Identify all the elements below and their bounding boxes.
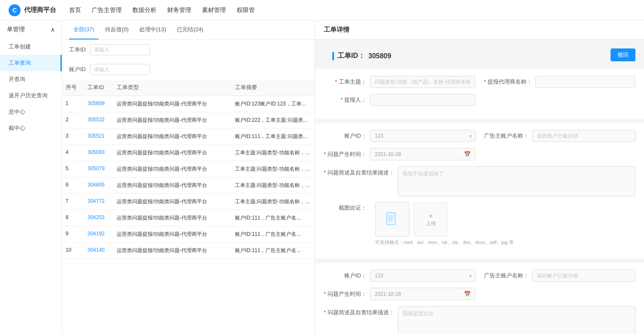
upload-area: + 上传 可支持格式：mp4、avi、mov、rar、zip、doc、docx、… bbox=[375, 202, 514, 246]
cell-summary: 账户ID:123账户ID:123，工单主题:问功能（或产品）名称-代理... bbox=[232, 96, 315, 112]
nav-finance[interactable]: 财务管理 bbox=[167, 6, 191, 14]
nav-ad-management[interactable]: 广告主管理 bbox=[92, 6, 122, 14]
detail-section-2: 账户ID： 123 ▾ 广告主账户名称： bbox=[315, 123, 644, 259]
collapse-icon: ∧ bbox=[51, 26, 55, 33]
sidebar-item-load-center[interactable]: 截中心 bbox=[0, 120, 62, 136]
detail-panel-title: 工单详情 bbox=[324, 26, 349, 34]
form-row-screenshot: 截图佐证： bbox=[324, 202, 635, 246]
cell-ticket-id[interactable]: 305083 bbox=[84, 145, 113, 161]
cell-type: 运营类问题提报/功能类问题-代理商平台 bbox=[113, 226, 232, 243]
table-row: 4 305083 运营类问题提报/功能类问题-代理商平台 工单主题:问题类型-功… bbox=[62, 145, 315, 161]
account-id-select[interactable]: 123 bbox=[370, 130, 475, 142]
account-id-select-2[interactable]: 123 bbox=[370, 270, 475, 282]
cell-type: 运营类问题提报/功能类问题-代理商平台 bbox=[113, 243, 232, 259]
nav-permissions[interactable]: 权限管 bbox=[237, 6, 255, 14]
form-row-issue-time-2: * 问题产生时间： 📅 bbox=[324, 288, 635, 300]
tab-all[interactable]: 全部(37) bbox=[69, 21, 99, 39]
cell-ticket-id[interactable]: 305079 bbox=[84, 161, 113, 178]
required-dot-time: * bbox=[324, 151, 326, 157]
sidebar-item-open-query[interactable]: 开查询 bbox=[0, 71, 62, 87]
account-id-label: 账户ID： bbox=[324, 132, 367, 140]
cell-ticket-id[interactable]: 304772 bbox=[84, 194, 113, 210]
nav-material[interactable]: 素材管理 bbox=[202, 6, 226, 14]
tab-pending[interactable]: 待反馈(0) bbox=[101, 21, 133, 39]
sidebar-item-ticket-query[interactable]: 工单查询 bbox=[0, 55, 62, 71]
ad-account-input-2[interactable] bbox=[532, 270, 636, 282]
required-dot-company: * bbox=[484, 78, 486, 85]
date-input[interactable] bbox=[375, 151, 461, 157]
uploaded-file-thumb bbox=[375, 202, 409, 237]
cell-summary: 账户ID:111，工单主题:问题类型-功能（或产品）名称-代理商名称，提... bbox=[232, 129, 315, 145]
issue-desc-textarea[interactable] bbox=[398, 166, 635, 196]
form-group-ad-account-2: 广告主账户名称： bbox=[484, 270, 636, 282]
issue-desc-label: * 问题简述及自查结果描述： bbox=[324, 166, 394, 177]
cell-ticket-id[interactable]: 305809 bbox=[84, 96, 113, 112]
main-area: 全部(37) 待反馈(0) 处理中(13) 已完结(24) 工单ID 账户ID … bbox=[62, 21, 644, 334]
detail-id-value: 305809 bbox=[368, 52, 391, 60]
sidebar-item-ticket-create[interactable]: 工单创建 bbox=[0, 39, 62, 55]
calendar-icon: 📅 bbox=[464, 151, 471, 157]
tab-processing[interactable]: 处理中(13) bbox=[135, 21, 170, 39]
sidebar-item-info-center[interactable]: 息中心 bbox=[0, 104, 62, 120]
ad-account-label-2: 广告主账户名称： bbox=[484, 272, 529, 280]
date-input-wrap: 📅 bbox=[370, 148, 475, 160]
detail-header: 工单详情 bbox=[315, 21, 644, 39]
upload-button[interactable]: + 上传 bbox=[414, 202, 448, 237]
table-row: 10 304140 运营类问题提报/功能类问题-代理商平台 账户ID:111，广… bbox=[62, 243, 315, 259]
table-row: 8 304253 运营类问题提报/功能类问题-代理商平台 账户ID:111，广告… bbox=[62, 210, 315, 226]
reporter-company-label: * 提报代理商名称： bbox=[484, 78, 533, 86]
cell-ticket-id[interactable]: 304192 bbox=[84, 226, 113, 243]
form-row-subject: * 工单主题： * 提报代理商名称： 测试 bbox=[324, 76, 635, 88]
col-id: 工单ID bbox=[84, 79, 113, 96]
cell-type: 运营类问题提报/功能类问题-代理商平台 bbox=[113, 194, 232, 210]
detail-section-3: 账户ID： 123 ▾ 广告主账户名称： bbox=[315, 263, 644, 334]
form-group-subject: * 工单主题： bbox=[324, 76, 475, 88]
required-dot-time-2: * bbox=[324, 291, 326, 297]
table-row: 2 305522 运营类问题提报/功能类问题-代理商平台 账户ID:222，工单… bbox=[62, 112, 315, 129]
cell-type: 运营类问题提报/功能类问题-代理商平台 bbox=[113, 210, 232, 226]
form-group-issue-desc-2: * 问题简述及自查结果描述： bbox=[324, 306, 635, 334]
cell-ticket-id[interactable]: 304805 bbox=[84, 178, 113, 194]
cell-ticket-id[interactable]: 304253 bbox=[84, 210, 113, 226]
form-group-issue-time-2: * 问题产生时间： 📅 bbox=[324, 288, 475, 300]
required-dot-desc-2: * bbox=[324, 309, 326, 316]
form-group-account-id: 账户ID： 123 ▾ bbox=[324, 130, 475, 142]
subject-input[interactable] bbox=[370, 76, 475, 88]
nav-data-analysis[interactable]: 数据分析 bbox=[132, 6, 156, 14]
reporter-label: * 提报人： bbox=[324, 96, 367, 104]
reporter-company-input[interactable]: 测试 bbox=[536, 76, 635, 88]
cell-ticket-id[interactable]: 305522 bbox=[84, 112, 113, 129]
required-dot-reporter: * bbox=[340, 96, 343, 103]
cell-seq: 2 bbox=[62, 112, 84, 129]
sidebar-section-title[interactable]: 单管理 ∧ bbox=[0, 21, 62, 39]
form-group-reporter: * 提报人： 测试一下 bbox=[324, 94, 475, 106]
cell-ticket-id[interactable]: 304140 bbox=[84, 243, 113, 259]
issue-time-label-2: * 问题产生时间： bbox=[324, 290, 367, 298]
issue-desc-label-2: * 问题简述及自查结果描述： bbox=[324, 306, 394, 316]
cell-seq: 8 bbox=[62, 210, 84, 226]
reporter-input[interactable]: 测试一下 bbox=[370, 94, 475, 106]
ticket-detail-panel: 工单详情 工单ID： 305809 撤回 * 工单主题： bbox=[315, 21, 644, 334]
date-input-2[interactable] bbox=[375, 291, 461, 297]
table-row: 3 305521 运营类问题提报/功能类问题-代理商平台 账户ID:111，工单… bbox=[62, 129, 315, 145]
filter-row-account-id: 账户ID bbox=[62, 60, 315, 79]
sidebar-item-history-query[interactable]: 速开户历史查询 bbox=[0, 87, 62, 104]
filter-input-ticket-id[interactable] bbox=[90, 44, 150, 55]
filter-input-account-id[interactable] bbox=[90, 64, 150, 75]
cell-seq: 3 bbox=[62, 129, 84, 145]
ad-account-input[interactable] bbox=[532, 130, 636, 142]
issue-desc-textarea-2[interactable] bbox=[398, 306, 635, 334]
col-seq: 序号 bbox=[62, 79, 84, 96]
cell-ticket-id[interactable]: 305521 bbox=[84, 129, 113, 145]
upload-label: 上传 bbox=[426, 220, 436, 227]
nav-home[interactable]: 首页 bbox=[69, 6, 81, 14]
svg-rect-0 bbox=[387, 213, 395, 225]
cell-summary: 账户ID:111，广告主账户名... bbox=[232, 210, 315, 226]
back-button[interactable]: 撤回 bbox=[611, 48, 635, 61]
col-type: 工单类型 bbox=[113, 79, 232, 96]
table-row: 1 305809 运营类问题提报/功能类问题-代理商平台 账户ID:123账户I… bbox=[62, 96, 315, 112]
cell-summary: 工单主题:问题类型-功能名称，提报代理商名称，提报代理商名... bbox=[232, 178, 315, 194]
tab-done[interactable]: 已完结(24) bbox=[172, 21, 208, 39]
ticket-table: 序号 工单ID 工单类型 工单摘要 1 305809 运营类问题提报/功能类问题… bbox=[62, 79, 315, 259]
filter-label-ticket-id: 工单ID bbox=[69, 46, 86, 54]
